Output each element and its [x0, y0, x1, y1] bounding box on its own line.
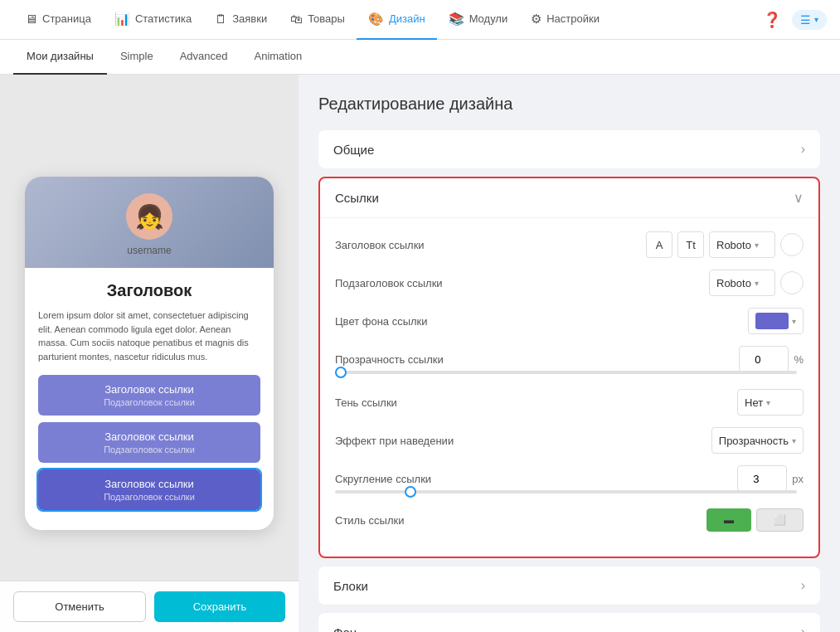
section-links-content: Заголовок ссылки A Tt Roboto ▾: [320, 217, 818, 557]
hover-select[interactable]: Прозрачность ▾: [711, 427, 804, 454]
username-label: username: [41, 245, 257, 256]
menu-button[interactable]: ☰ ▾: [792, 10, 827, 30]
font-select-chevron-icon: ▾: [755, 241, 759, 250]
tabs-row: Мои дизайны Simple Advanced Animation: [0, 40, 840, 75]
radius-input[interactable]: [737, 465, 787, 492]
link-btn-1-sub: Подзаголовок ссылки: [51, 397, 247, 407]
settings-icon: ⚙: [531, 12, 541, 27]
subtitle-font-select[interactable]: Roboto ▾: [709, 270, 775, 296]
design-icon: 🎨: [368, 12, 384, 27]
tab-animation[interactable]: Animation: [240, 40, 315, 75]
style-solid-button[interactable]: ▬: [706, 508, 751, 532]
section-background-header[interactable]: Фон ›: [318, 613, 820, 632]
opacity-slider-row: [335, 371, 804, 382]
radius-unit: px: [792, 473, 804, 485]
editor-panel: Редактирование дизайна Общие › Ссылки ∨ …: [299, 75, 840, 632]
hover-chevron-icon: ▾: [792, 436, 796, 445]
cancel-button[interactable]: Отменить: [13, 591, 146, 622]
link-btn-3-title: Заголовок ссылки: [51, 478, 247, 490]
nav-modules-label: Модули: [469, 12, 508, 25]
font-family-select[interactable]: Roboto ▾: [709, 231, 775, 258]
radius-slider-track: [335, 490, 797, 493]
font-bold-button[interactable]: A: [646, 231, 672, 258]
top-navigation: 🖥 Страница 📊 Статистика 🗒 Заявки 🛍 Товар…: [0, 0, 840, 40]
tab-simple[interactable]: Simple: [107, 40, 167, 75]
nav-products-label: Товары: [308, 12, 345, 25]
row-link-title: Заголовок ссылки A Tt Roboto ▾: [335, 231, 804, 258]
font-color-circle[interactable]: [780, 233, 804, 256]
bottom-actions: Отменить Сохранить: [0, 581, 299, 632]
nav-stats[interactable]: 📊 Статистика: [103, 0, 203, 40]
row-link-radius: Скругление ссылки px: [335, 465, 804, 502]
phone-body: Заголовок Lorem ipsum dolor sit amet, co…: [25, 268, 274, 530]
page-icon: 🖥: [25, 12, 37, 26]
phone-mockup: 👧 username Заголовок Lorem ipsum dolor s…: [25, 177, 274, 530]
nav-orders-label: Заявки: [232, 12, 267, 25]
nav-products[interactable]: 🛍 Товары: [279, 0, 357, 40]
tab-my-designs[interactable]: Мои дизайны: [13, 40, 107, 75]
row-link-radius-label: Скругление ссылки: [335, 473, 501, 485]
radius-slider-thumb[interactable]: [405, 486, 416, 498]
help-icon: ❓: [763, 11, 781, 29]
avatar-emoji: 👧: [135, 203, 164, 231]
editor-title: Редактирование дизайна: [318, 95, 820, 114]
row-link-bg-label: Цвет фона ссылки: [335, 315, 501, 328]
row-link-subtitle: Подзаголовок ссылки Roboto ▾: [335, 270, 804, 296]
nav-design-label: Дизайн: [389, 12, 425, 25]
bg-color-swatch: [755, 313, 789, 329]
nav-stats-label: Статистика: [135, 12, 192, 25]
phone-title: Заголовок: [38, 281, 260, 300]
radius-slider-row: [335, 490, 804, 502]
section-general-label: Общие: [333, 143, 374, 157]
avatar: 👧: [126, 193, 172, 240]
bg-color-picker[interactable]: ▾: [748, 308, 804, 334]
phone-body-text: Lorem ipsum dolor sit amet, consectetuer…: [38, 309, 260, 363]
font-tt-button[interactable]: Tt: [677, 231, 704, 258]
row-link-hover: Эффект при наведении Прозрачность ▾: [335, 427, 804, 454]
opacity-unit: %: [794, 353, 804, 366]
stats-icon: 📊: [114, 12, 130, 27]
link-btn-2-title: Заголовок ссылки: [51, 430, 247, 443]
link-btn-1-title: Заголовок ссылки: [51, 383, 247, 396]
link-btn-3[interactable]: Заголовок ссылки Подзаголовок ссылки: [38, 469, 260, 510]
nav-modules[interactable]: 📚 Модули: [437, 0, 520, 40]
phone-header: 👧 username: [25, 177, 274, 268]
nav-orders[interactable]: 🗒 Заявки: [203, 0, 279, 40]
section-links: Ссылки ∨ Заголовок ссылки A Tt: [318, 177, 820, 558]
opacity-slider-thumb[interactable]: [335, 367, 347, 378]
subtitle-color-circle[interactable]: [780, 271, 804, 294]
save-button[interactable]: Сохранить: [154, 591, 285, 622]
nav-design[interactable]: 🎨 Дизайн: [357, 0, 437, 40]
row-link-style-controls: ▬ ⬜: [706, 508, 804, 532]
link-btn-2[interactable]: Заголовок ссылки Подзаголовок ссылки: [38, 422, 260, 463]
top-nav-right: ❓ ☰ ▾: [759, 7, 827, 33]
link-btn-3-sub: Подзаголовок ссылки: [51, 492, 247, 502]
section-links-chevron-icon: ∨: [794, 190, 804, 206]
help-button[interactable]: ❓: [759, 7, 785, 33]
section-blocks-header[interactable]: Блоки ›: [318, 566, 820, 605]
orders-icon: 🗒: [215, 12, 227, 26]
section-blocks: Блоки ›: [318, 566, 820, 605]
opacity-slider-track: [335, 371, 797, 374]
shadow-chevron-icon: ▾: [766, 398, 770, 407]
row-link-shadow-label: Тень ссылки: [335, 396, 501, 409]
nav-settings[interactable]: ⚙ Настройки: [519, 0, 611, 40]
opacity-input[interactable]: [739, 346, 789, 372]
shadow-select[interactable]: Нет ▾: [737, 389, 804, 416]
style-outline-button[interactable]: ⬜: [756, 508, 804, 532]
section-links-label: Ссылки: [335, 191, 379, 205]
tab-advanced[interactable]: Advanced: [167, 40, 241, 75]
bold-a-icon: A: [656, 239, 663, 251]
menu-icon: ☰: [800, 13, 811, 27]
nav-settings-label: Настройки: [546, 12, 600, 25]
section-general-chevron-icon: ›: [801, 142, 805, 157]
link-btn-1[interactable]: Заголовок ссылки Подзаголовок ссылки: [38, 375, 260, 416]
outline-icon: ⬜: [774, 514, 786, 526]
row-link-hover-label: Эффект при наведении: [335, 435, 501, 447]
section-general-header[interactable]: Общие ›: [318, 130, 820, 168]
row-link-bg-controls: ▾: [748, 308, 804, 334]
row-link-shadow-controls: Нет ▾: [737, 389, 804, 416]
section-links-header[interactable]: Ссылки ∨: [320, 178, 818, 217]
nav-page[interactable]: 🖥 Страница: [13, 0, 103, 40]
modules-icon: 📚: [449, 12, 464, 27]
